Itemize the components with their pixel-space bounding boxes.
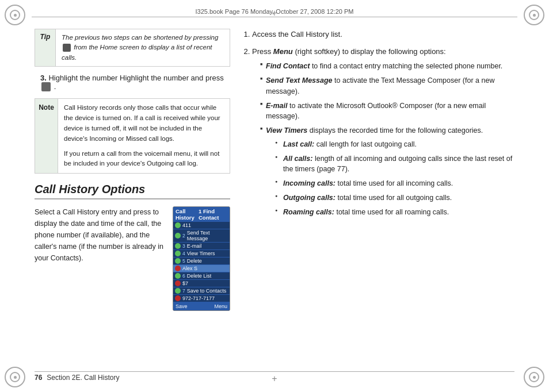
tip-box: Tip The previous two steps can be shorte… bbox=[35, 29, 230, 67]
phone-row-phone-number: 972-717-7177 bbox=[173, 295, 230, 302]
phone-icon-number bbox=[175, 295, 181, 301]
phone-icon-price bbox=[175, 280, 181, 286]
phone-icon-delete-list bbox=[175, 273, 181, 279]
menu-item-email: E-mail to activate the Microsoft Outlook… bbox=[260, 101, 514, 122]
phone-row-alexs: Alex S bbox=[173, 265, 230, 272]
phone-softkey-right: Menu bbox=[214, 303, 227, 309]
step-1: Access the Call History list. bbox=[252, 29, 514, 40]
phone-row-voicemail4: 5 Delete bbox=[173, 258, 230, 265]
corner-decoration-tr bbox=[524, 5, 544, 25]
phone-title-bar: Call History 1 Find Contact bbox=[173, 207, 230, 222]
send-button-icon bbox=[41, 82, 51, 91]
note-content: Call History records only those calls th… bbox=[58, 99, 230, 173]
phone-row-price: $7 bbox=[173, 280, 230, 287]
section-heading: Call History Options bbox=[35, 183, 230, 199]
note-box: Note Call History records only those cal… bbox=[35, 98, 230, 174]
tip-label: Tip bbox=[35, 29, 56, 66]
home-screen-button-icon bbox=[63, 44, 71, 52]
phone-screen-mockup: Call History 1 Find Contact 411 2 Send T… bbox=[173, 206, 230, 311]
step-3-text: 3. Highlight the number Highlight the nu… bbox=[40, 74, 230, 92]
phone-icon-save-contacts bbox=[175, 288, 181, 294]
phone-icon-voicemail4 bbox=[175, 258, 181, 264]
timer-roaming-calls: Roaming calls: total time used for all r… bbox=[275, 207, 514, 218]
phone-row-voicemail2: 3 E-mail bbox=[173, 243, 230, 250]
phone-row-411: 411 bbox=[173, 222, 230, 229]
tip-content: The previous two steps can be shortened … bbox=[56, 29, 230, 66]
page-footer: 76 Section 2E. Call History bbox=[35, 371, 514, 382]
phone-row-voicemail3: 4 View Timers bbox=[173, 250, 230, 258]
note-label: Note bbox=[35, 99, 58, 173]
phone-icon-alexs bbox=[175, 266, 181, 271]
corner-decoration-br bbox=[524, 367, 544, 387]
section-body: Select a Call History entry and press to… bbox=[35, 206, 230, 311]
phone-row-save-contacts: 7 Save to Contacts bbox=[173, 287, 230, 295]
timer-last-call: Last call: call length for last outgoing… bbox=[275, 139, 514, 150]
phone-softkey-left: Save bbox=[176, 303, 188, 309]
step-2: Press Menu (right softkey) to display th… bbox=[252, 46, 514, 217]
menu-options-list: Find Contact to find a contact entry mat… bbox=[260, 61, 514, 217]
phone-icon-incoming bbox=[175, 222, 181, 228]
phone-icon-voicemail3 bbox=[175, 251, 181, 256]
timer-outgoing-calls: Outgoing calls: total time used for all … bbox=[275, 193, 514, 203]
edge-mark-top: + bbox=[272, 8, 277, 18]
corner-decoration-bl bbox=[5, 367, 25, 387]
phone-title-right: 1 Find Contact bbox=[199, 208, 227, 221]
menu-item-send-text: Send Text Message to activate the Text M… bbox=[260, 75, 514, 97]
corner-decoration-tl bbox=[5, 5, 25, 25]
phone-icon-voicemail bbox=[175, 233, 181, 239]
phone-row-delete-list: 6 Delete List bbox=[173, 272, 230, 280]
phone-icon-voicemail2 bbox=[175, 243, 181, 249]
section-body-text: Select a Call History entry and press to… bbox=[35, 206, 166, 311]
main-content: Tip The previous two steps can be shorte… bbox=[35, 23, 514, 369]
menu-item-view-timers: View Timers displays the recorded time f… bbox=[260, 125, 514, 217]
right-column: Access the Call History list. Press Menu… bbox=[242, 23, 514, 369]
timers-sub-list: Last call: call length for last outgoing… bbox=[275, 139, 514, 218]
phone-title-left: Call History bbox=[176, 208, 199, 221]
menu-item-find-contact: Find Contact to find a contact entry mat… bbox=[260, 61, 514, 72]
timer-incoming-calls: Incoming calls: total time used for all … bbox=[275, 178, 514, 189]
main-steps-list: Access the Call History list. Press Menu… bbox=[252, 29, 514, 217]
left-column: Tip The previous two steps can be shorte… bbox=[35, 23, 230, 369]
timer-all-calls: All calls: length of all incoming and ou… bbox=[275, 153, 514, 175]
phone-row-voicemail: 2 Send Text Message bbox=[173, 229, 230, 243]
phone-bottom-bar: Save Menu bbox=[173, 302, 230, 310]
